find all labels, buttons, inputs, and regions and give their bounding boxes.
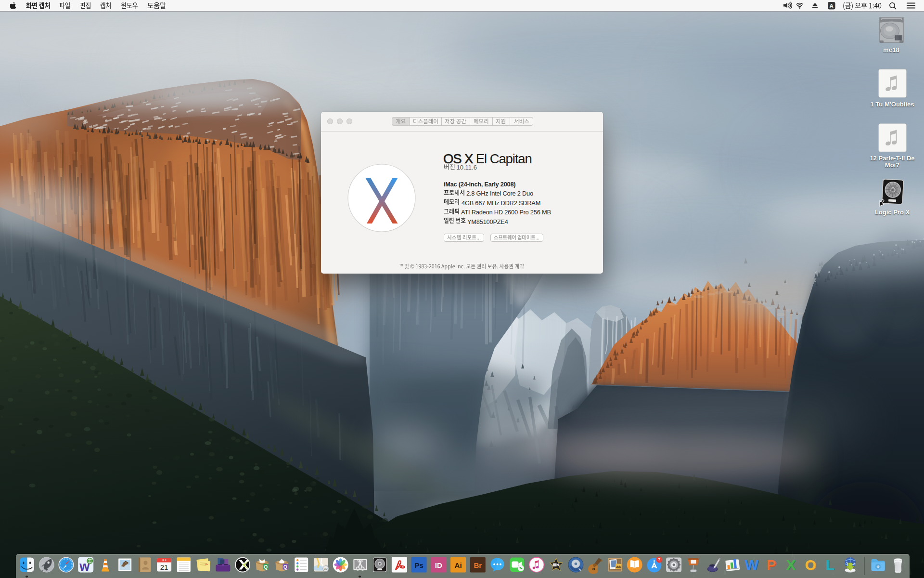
svg-text:Ps: Ps — [414, 561, 423, 569]
svg-text:P: P — [767, 557, 776, 573]
svg-text:O: O — [805, 557, 816, 573]
svg-text:ID: ID — [435, 561, 442, 569]
svg-text:Ai: Ai — [455, 561, 462, 569]
svg-text:W: W — [745, 557, 759, 573]
svg-text:Br: Br — [474, 561, 482, 569]
svg-text:Q: Q — [283, 565, 287, 570]
svg-text:A: A — [830, 3, 834, 9]
svg-text:3D: 3D — [324, 567, 327, 570]
svg-text:L: L — [826, 557, 834, 573]
svg-text:21: 21 — [160, 563, 168, 571]
svg-text:7: 7 — [658, 557, 660, 562]
svg-text:X: X — [786, 557, 796, 573]
svg-text:Q: Q — [264, 565, 268, 570]
